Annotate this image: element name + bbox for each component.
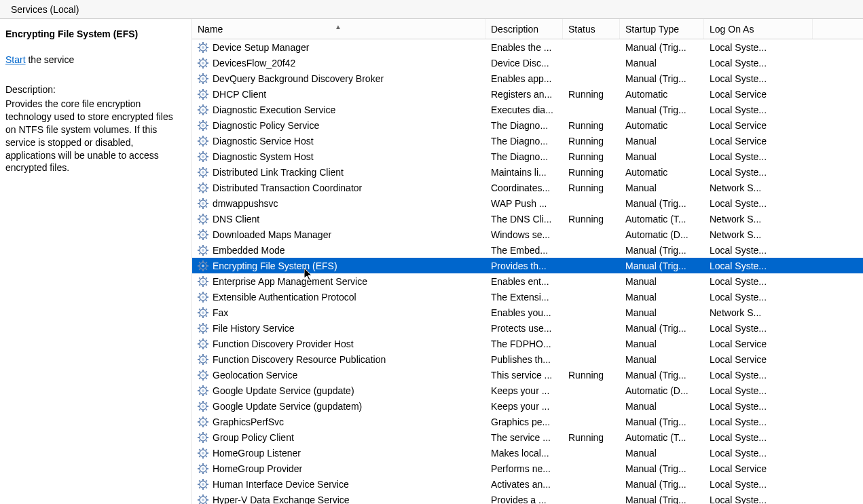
- col-status-header[interactable]: Status: [563, 19, 620, 39]
- svg-rect-34: [202, 98, 204, 100]
- table-row[interactable]: Distributed Link Tracking ClientMaintain…: [192, 164, 863, 180]
- cell-status: Running: [563, 89, 620, 100]
- cell-desc: Enables app...: [485, 73, 563, 84]
- cell-name: Downloaded Maps Manager: [192, 229, 485, 240]
- cell-logon: Local Syste...: [704, 104, 813, 115]
- table-row[interactable]: Geolocation ServiceThis service ...Runni…: [192, 367, 863, 383]
- table-row[interactable]: Diagnostic Policy ServiceThe Diagno...Ru…: [192, 117, 863, 133]
- cell-start: Manual: [620, 151, 704, 162]
- table-row[interactable]: DevicesFlow_20f42Device Disc...ManualLoc…: [192, 55, 863, 71]
- cell-start: Manual: [620, 136, 704, 147]
- table-row[interactable]: Hyper-V Data Exchange ServiceProvides a …: [192, 492, 863, 504]
- cell-name: Diagnostic Service Host: [192, 136, 485, 147]
- table-row[interactable]: Group Policy ClientThe service ...Runnin…: [192, 429, 863, 445]
- service-name-text: HomeGroup Provider: [213, 463, 302, 474]
- table-row[interactable]: Function Discovery Resource PublicationP…: [192, 351, 863, 367]
- svg-rect-144: [202, 269, 204, 271]
- table-row[interactable]: Diagnostic Service HostThe Diagno...Runn…: [192, 133, 863, 149]
- svg-point-121: [202, 218, 204, 220]
- svg-rect-126: [206, 234, 208, 235]
- table-row[interactable]: GraphicsPerfSvcGraphics pe...Manual (Tri…: [192, 414, 863, 429]
- svg-rect-76: [206, 156, 208, 157]
- svg-rect-284: [202, 488, 204, 490]
- cell-start: Manual: [620, 401, 704, 412]
- service-gear-icon: [198, 479, 208, 490]
- table-row[interactable]: Enterprise App Management ServiceEnables…: [192, 273, 863, 289]
- table-row[interactable]: Embedded ModeThe Embed...Manual (Trig...…: [192, 242, 863, 258]
- start-link[interactable]: Start: [5, 54, 26, 65]
- svg-rect-174: [202, 316, 204, 318]
- svg-rect-236: [206, 406, 208, 407]
- column-headers: Name Description Status Startup Type Log…: [192, 19, 863, 39]
- table-row[interactable]: DevQuery Background Discovery BrokerEnab…: [192, 71, 863, 86]
- svg-rect-14: [202, 66, 204, 69]
- table-row[interactable]: File History ServiceProtects use...Manua…: [192, 320, 863, 336]
- table-row[interactable]: Diagnostic Execution ServiceExecutes dia…: [192, 102, 863, 117]
- col-start-header[interactable]: Startup Type: [620, 19, 704, 39]
- table-row[interactable]: Distributed Transaction CoordinatorCoord…: [192, 180, 863, 195]
- service-name-text: DNS Client: [213, 214, 259, 225]
- svg-rect-214: [202, 379, 204, 381]
- svg-rect-205: [198, 359, 200, 360]
- service-name-text: Diagnostic Execution Service: [213, 104, 335, 115]
- table-row[interactable]: Function Discovery Provider HostThe FDPH…: [192, 336, 863, 351]
- service-name-text: File History Service: [213, 323, 295, 334]
- table-row[interactable]: Human Interface Device ServiceActivates …: [192, 476, 863, 492]
- svg-rect-266: [206, 452, 208, 454]
- svg-point-61: [202, 124, 204, 127]
- cell-desc: Publishes th...: [485, 354, 563, 365]
- svg-rect-196: [206, 343, 208, 345]
- service-gear-icon: [198, 245, 208, 256]
- svg-rect-164: [202, 301, 204, 303]
- svg-rect-105: [198, 203, 200, 204]
- table-row[interactable]: Device Setup ManagerEnables the ...Manua…: [192, 39, 863, 55]
- svg-rect-185: [198, 328, 200, 329]
- cell-name: Distributed Transaction Coordinator: [192, 182, 485, 193]
- svg-rect-235: [198, 406, 200, 407]
- cell-desc: This service ...: [485, 370, 563, 381]
- table-row[interactable]: Diagnostic System HostThe Diagno...Runni…: [192, 149, 863, 164]
- service-name-text: Device Setup Manager: [213, 42, 309, 53]
- cell-status: Running: [563, 151, 620, 162]
- table-row[interactable]: HomeGroup ProviderPerforms ne...Manual (…: [192, 461, 863, 476]
- svg-rect-176: [206, 312, 208, 313]
- cell-start: Automatic: [620, 167, 704, 178]
- cell-logon: Local Syste...: [704, 401, 813, 412]
- service-gear-icon: [198, 136, 208, 147]
- cell-start: Manual (Trig...: [620, 495, 704, 505]
- service-name-text: Extensible Authentication Protocol: [213, 292, 356, 303]
- table-row[interactable]: Google Update Service (gupdate)Keeps you…: [192, 383, 863, 398]
- svg-rect-136: [206, 250, 208, 251]
- svg-point-181: [202, 311, 204, 314]
- svg-rect-175: [198, 312, 200, 313]
- svg-rect-206: [206, 359, 208, 360]
- table-row[interactable]: DHCP ClientRegisters an...RunningAutomat…: [192, 86, 863, 102]
- service-gear-icon: [198, 370, 208, 381]
- service-name-text: Diagnostic Service Host: [213, 136, 314, 147]
- table-row[interactable]: Extensible Authentication ProtocolThe Ex…: [192, 289, 863, 305]
- svg-rect-154: [202, 285, 204, 287]
- table-row[interactable]: FaxEnables you...ManualNetwork S...: [192, 305, 863, 320]
- col-logon-header[interactable]: Log On As: [704, 19, 813, 39]
- cell-logon: Local Service: [704, 120, 813, 131]
- service-name-text: DHCP Client: [213, 89, 266, 100]
- service-name-text: Fax: [213, 307, 228, 318]
- svg-rect-203: [202, 354, 204, 356]
- svg-rect-64: [202, 144, 204, 147]
- rows-container[interactable]: Device Setup ManagerEnables the ...Manua…: [192, 39, 863, 504]
- table-row[interactable]: HomeGroup ListenerMakes local...ManualLo…: [192, 445, 863, 461]
- table-row[interactable]: Google Update Service (gupdatem)Keeps yo…: [192, 398, 863, 414]
- col-desc-header[interactable]: Description: [485, 19, 563, 39]
- table-row[interactable]: Encrypting File System (EFS)Provides th.…: [192, 258, 863, 273]
- svg-rect-114: [202, 222, 204, 225]
- svg-rect-6: [206, 47, 208, 48]
- cell-desc: WAP Push ...: [485, 198, 563, 209]
- table-row[interactable]: DNS ClientThe DNS Cli...RunningAutomatic…: [192, 211, 863, 227]
- table-row[interactable]: dmwappushsvcWAP Push ...Manual (Trig...L…: [192, 195, 863, 211]
- cell-desc: The Diagno...: [485, 136, 563, 147]
- svg-point-261: [202, 436, 204, 439]
- cell-start: Automatic (T...: [620, 214, 704, 225]
- table-row[interactable]: Downloaded Maps ManagerWindows se...Auto…: [192, 227, 863, 242]
- cell-logon: Network S...: [704, 182, 813, 193]
- cell-logon: Local Syste...: [704, 432, 813, 443]
